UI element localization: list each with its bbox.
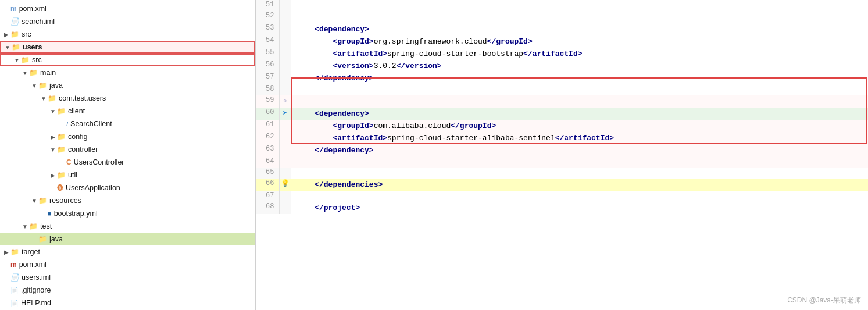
tree-item-main[interactable]: ▼ 📁 main [0,66,255,79]
code-line-65: 65 [256,168,868,179]
tree-item-controller[interactable]: ▼ 📁 controller [0,143,255,156]
line-number: 56 [256,60,279,72]
code-content: <version>3.0.2</version> [291,60,868,72]
tree-label: java [49,81,63,90]
folder-icon: 📁 [48,94,56,102]
tree-item-gitignore[interactable]: 📄 .gitignore [0,284,255,297]
tree-item-config[interactable]: ▶ 📁 config [0,130,255,143]
arrow: ▼ [40,95,48,102]
code-line-66: 66 💡 </dependencies> [256,179,868,191]
code-scroll[interactable]: 51 52 53 <dependency> [256,0,868,310]
tree-label: pom.xml [19,5,47,13]
interface-icon: I [66,120,68,127]
code-line-63: 63 </dependency> [256,144,868,156]
tree-item-bootstrap-yml[interactable]: ■ bootstrap.yml [0,207,255,220]
arrow: ▶ [2,31,10,38]
yml-icon: ■ [48,210,52,217]
arrow: ▶ [49,172,57,179]
line-number: 54 [256,35,279,48]
tree-label: users [23,43,42,51]
line-number: 66 [256,179,279,191]
tree-item-users[interactable]: ▼ 📁 users [0,41,255,54]
code-content: <groupId>com.alibaba.cloud</groupId> [291,120,868,132]
gutter [279,156,291,168]
line-number: 68 [256,202,279,214]
tree-item-java[interactable]: ▼ 📁 java [0,79,255,92]
tree-label: java [49,235,63,243]
tree-label: UsersApplication [66,184,120,192]
gutter [279,11,291,23]
tree-item-help-md[interactable]: 📄 HELP.md [0,297,255,309]
file-icon-m: m [10,261,17,269]
code-line-62: 62 <artifactId>spring-cloud-starter-alib… [256,132,868,144]
tree-item-resources[interactable]: ▼ 📁 resources [0,194,255,207]
tree-label: main [40,69,56,77]
line-number: 55 [256,48,279,60]
line-number: 62 [256,132,279,144]
code-content [291,84,868,95]
tree-label: util [68,171,77,179]
tree-item-util[interactable]: ▶ 📁 util [0,169,255,181]
arrow: ▼ [21,223,29,230]
folder-icon-blue: 📁 [21,56,30,64]
arrow: ▼ [49,147,57,153]
tree-label: HELP.md [21,299,51,307]
folder-icon: 📁 [38,81,47,90]
tree-item-search-iml[interactable]: 📄 search.iml [0,15,255,28]
tree-label: config [68,133,87,141]
tree-item-pom-xml[interactable]: m pom.xml [0,258,255,271]
tree-label: com.test.users [59,94,106,102]
gutter [279,132,291,144]
gutter: ◇ [279,95,291,108]
tree-label: resources [49,197,81,205]
tree-item-client[interactable]: ▼ 📁 client [0,105,255,117]
code-line-57: 57 </dependency> [256,72,868,84]
tree-item-pom-xml-top[interactable]: m pom.xml [0,2,255,15]
gutter [279,202,291,214]
folder-icon-blue: 📁 [12,43,20,51]
file-icon: 📄 [10,287,19,294]
line-number: 52 [256,11,279,23]
tree-label: UsersController [74,158,124,166]
code-content [291,168,868,179]
code-content: <artifactId>spring-cloud-starter-alibaba… [291,132,868,144]
tree-item-com-test-users[interactable]: ▼ 📁 com.test.users [0,92,255,105]
code-content [291,11,868,23]
code-content [291,0,868,11]
code-line-54: 54 <groupId>org.springframework.cloud</g… [256,35,868,48]
gutter [279,84,291,95]
file-icon-m: m [10,5,17,13]
code-table: 51 52 53 <dependency> [256,0,868,214]
tree-label: controller [68,145,98,154]
tree-item-UsersController[interactable]: C UsersController [0,156,255,169]
tree-label: search.iml [22,17,55,26]
code-line-67: 67 [256,191,868,202]
tree-item-SearchClient[interactable]: I SearchClient [0,117,255,130]
code-content [291,156,868,168]
lightbulb-icon: 💡 [281,180,290,188]
tree-item-test[interactable]: ▼ 📁 test [0,220,255,233]
tree-item-UsersApplication[interactable]: 🅖 UsersApplication [0,181,255,194]
tree-item-src-top[interactable]: ▶ 📁 src [0,28,255,41]
tree-item-users-iml[interactable]: 📄 users.iml [0,271,255,284]
gutter [279,191,291,202]
arrow: ▶ [2,249,10,255]
tree-item-target[interactable]: ▶ 📁 target [0,245,255,258]
execution-arrow-icon: ➤ [283,109,287,118]
gutter [279,23,291,35]
folder-icon: 📁 [57,171,66,179]
code-content: </project> [291,202,868,214]
folder-icon: 📁 [38,197,47,205]
tree-item-src[interactable]: ▼ 📁 src [0,54,255,66]
line-number: 61 [256,120,279,132]
code-line-52: 52 [256,11,868,23]
code-line-58: 58 [256,84,868,95]
code-content: <artifactId>spring-cloud-starter-bootstr… [291,48,868,60]
arrow: ▼ [49,108,57,115]
code-line-61: 61 <groupId>com.alibaba.cloud</groupId> [256,120,868,132]
folder-icon: 📁 [57,133,66,141]
code-content [291,95,868,108]
line-number: 67 [256,191,279,202]
tree-item-java-test[interactable]: 📁 java [0,233,255,245]
app-icon: 🅖 [57,184,63,191]
